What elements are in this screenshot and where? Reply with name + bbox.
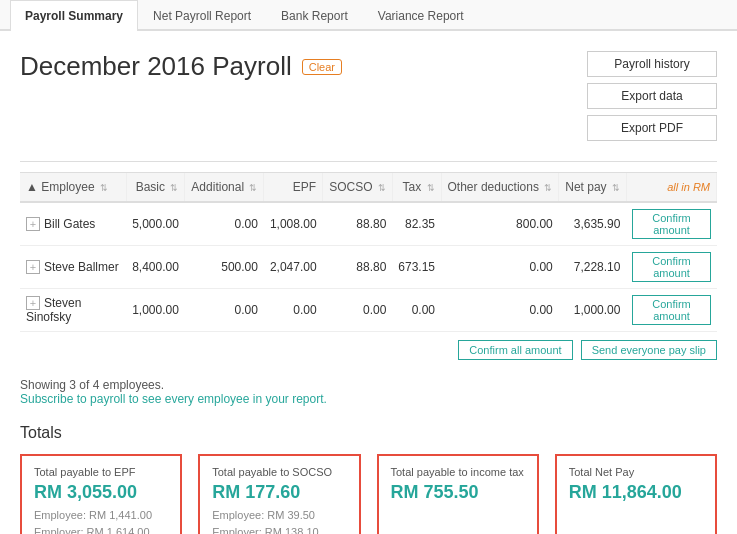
payroll-table: ▲ Employee ⇅ Basic ⇅ Additional ⇅ EPF <box>20 173 717 332</box>
sort-arrows-tax: ⇅ <box>427 183 435 193</box>
payroll-history-button[interactable]: Payroll history <box>587 51 717 77</box>
col-other-deductions: Other deductions ⇅ <box>441 173 559 202</box>
total-box-sub: Employee: RM 39.50Employer: RM 138.10 <box>212 507 346 534</box>
totals-row: Total payable to EPF RM 3,055.00 Employe… <box>20 454 717 534</box>
col-tax: Tax ⇅ <box>392 173 441 202</box>
cell-confirm: Confirm amount <box>626 246 716 289</box>
sort-arrows-netpay: ⇅ <box>612 183 620 193</box>
tab-payroll-summary[interactable]: Payroll Summary <box>10 0 138 31</box>
cell-additional: 500.00 <box>185 246 264 289</box>
sort-arrows-basic: ⇅ <box>170 183 178 193</box>
table-header-row: ▲ Employee ⇅ Basic ⇅ Additional ⇅ EPF <box>20 173 717 202</box>
confirm-amount-button[interactable]: Confirm amount <box>632 252 710 282</box>
cell-tax: 0.00 <box>392 289 441 332</box>
cell-basic: 5,000.00 <box>126 202 185 246</box>
main-content: December 2016 Payroll Clear Payroll hist… <box>0 31 737 534</box>
total-box-label: Total payable to EPF <box>34 466 168 478</box>
cell-confirm: Confirm amount <box>626 202 716 246</box>
totals-title: Totals <box>20 424 717 442</box>
page-title: December 2016 Payroll Clear <box>20 51 342 82</box>
cell-additional: 0.00 <box>185 289 264 332</box>
sort-icon-employee: ▲ <box>26 180 38 194</box>
tabs-bar: Payroll Summary Net Payroll Report Bank … <box>0 0 737 31</box>
sort-arrows-deductions: ⇅ <box>544 183 552 193</box>
cell-other-deductions: 0.00 <box>441 289 559 332</box>
confirm-all-button[interactable]: Confirm all amount <box>458 340 572 360</box>
expand-button[interactable]: + <box>26 296 40 310</box>
col-net-pay: Net pay ⇅ <box>559 173 627 202</box>
cell-epf: 2,047.00 <box>264 246 323 289</box>
total-box: Total payable to income tax RM 755.50 <box>377 454 539 534</box>
cell-epf: 1,008.00 <box>264 202 323 246</box>
cell-additional: 0.00 <box>185 202 264 246</box>
total-box-label: Total payable to SOCSO <box>212 466 346 478</box>
cell-employee: +Bill Gates <box>20 202 126 246</box>
cell-other-deductions: 0.00 <box>441 246 559 289</box>
cell-socso: 0.00 <box>323 289 393 332</box>
cell-tax: 673.15 <box>392 246 441 289</box>
sort-arrows-employee: ⇅ <box>100 183 108 193</box>
col-socso: SOCSO ⇅ <box>323 173 393 202</box>
cell-net-pay: 3,635.90 <box>559 202 627 246</box>
cell-employee: +Steven Sinofsky <box>20 289 126 332</box>
col-epf: EPF <box>264 173 323 202</box>
table-row: +Steven Sinofsky 1,000.00 0.00 0.00 0.00… <box>20 289 717 332</box>
payroll-table-wrap: ▲ Employee ⇅ Basic ⇅ Additional ⇅ EPF <box>20 172 717 368</box>
cell-epf: 0.00 <box>264 289 323 332</box>
confirm-amount-button[interactable]: Confirm amount <box>632 209 710 239</box>
col-basic: Basic ⇅ <box>126 173 185 202</box>
action-buttons: Payroll history Export data Export PDF <box>587 51 717 141</box>
cell-socso: 88.80 <box>323 202 393 246</box>
cell-employee: +Steve Ballmer <box>20 246 126 289</box>
export-pdf-button[interactable]: Export PDF <box>587 115 717 141</box>
col-additional: Additional ⇅ <box>185 173 264 202</box>
cell-net-pay: 7,228.10 <box>559 246 627 289</box>
total-box-label: Total Net Pay <box>569 466 703 478</box>
divider-1 <box>20 161 717 162</box>
total-box-value: RM 755.50 <box>391 482 525 503</box>
total-box: Total payable to SOCSO RM 177.60 Employe… <box>198 454 360 534</box>
expand-button[interactable]: + <box>26 217 40 231</box>
table-action-row: Confirm all amount Send everyone pay sli… <box>20 332 717 368</box>
sort-arrows-socso: ⇅ <box>378 183 386 193</box>
cell-basic: 1,000.00 <box>126 289 185 332</box>
expand-button[interactable]: + <box>26 260 40 274</box>
total-box-label: Total payable to income tax <box>391 466 525 478</box>
send-slip-button[interactable]: Send everyone pay slip <box>581 340 717 360</box>
total-box-value: RM 11,864.00 <box>569 482 703 503</box>
tab-net-payroll-report[interactable]: Net Payroll Report <box>138 0 266 31</box>
cell-basic: 8,400.00 <box>126 246 185 289</box>
total-box: Total Net Pay RM 11,864.00 <box>555 454 717 534</box>
total-box-value: RM 177.60 <box>212 482 346 503</box>
footer-text: Showing 3 of 4 employees. Subscribe to p… <box>20 378 717 406</box>
total-box: Total payable to EPF RM 3,055.00 Employe… <box>20 454 182 534</box>
header-row: December 2016 Payroll Clear Payroll hist… <box>20 51 717 141</box>
cell-socso: 88.80 <box>323 246 393 289</box>
cell-other-deductions: 800.00 <box>441 202 559 246</box>
total-box-sub: Employee: RM 1,441.00Employer: RM 1,614.… <box>34 507 168 534</box>
col-employee: ▲ Employee ⇅ <box>20 173 126 202</box>
sort-arrows-additional: ⇅ <box>249 183 257 193</box>
clear-badge[interactable]: Clear <box>302 59 342 75</box>
tab-variance-report[interactable]: Variance Report <box>363 0 479 31</box>
cell-tax: 82.35 <box>392 202 441 246</box>
table-row: +Bill Gates 5,000.00 0.00 1,008.00 88.80… <box>20 202 717 246</box>
col-all-in-rm: all in RM <box>626 173 716 202</box>
page-title-text: December 2016 Payroll <box>20 51 292 82</box>
export-data-button[interactable]: Export data <box>587 83 717 109</box>
cell-net-pay: 1,000.00 <box>559 289 627 332</box>
table-row: +Steve Ballmer 8,400.00 500.00 2,047.00 … <box>20 246 717 289</box>
showing-text: Showing 3 of 4 employees. <box>20 378 164 392</box>
subscribe-link[interactable]: Subscribe to payroll to see every employ… <box>20 392 327 406</box>
cell-confirm: Confirm amount <box>626 289 716 332</box>
tab-bank-report[interactable]: Bank Report <box>266 0 363 31</box>
confirm-amount-button[interactable]: Confirm amount <box>632 295 710 325</box>
total-box-value: RM 3,055.00 <box>34 482 168 503</box>
